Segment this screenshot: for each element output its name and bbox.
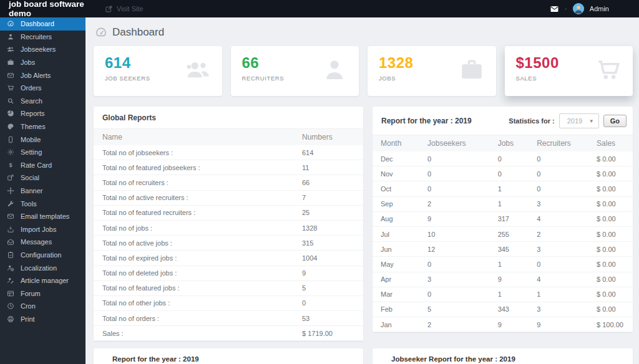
- clock-icon: [7, 302, 14, 310]
- table-cell: 0: [529, 257, 588, 272]
- go-button[interactable]: Go: [603, 115, 627, 127]
- chevron-down-icon: ▼: [589, 118, 594, 124]
- sidebar-item-article-manager[interactable]: Article manager: [0, 274, 85, 287]
- brand-logo[interactable]: job board software demo: [0, 0, 105, 18]
- global-reports-title: Global Reports: [102, 113, 156, 122]
- sidebar-item-label: Configuration: [21, 251, 61, 259]
- table-row: Dec000$ 0.00: [373, 151, 633, 166]
- year-select[interactable]: 2019 ▼: [559, 113, 599, 128]
- visit-site-link[interactable]: Visit Site: [105, 5, 144, 13]
- sidebar-item-orders[interactable]: Orders: [0, 82, 85, 95]
- sidebar-item-themes[interactable]: Themes: [0, 120, 85, 133]
- sidebar-item-forum[interactable]: Forum: [0, 287, 85, 300]
- sidebar-item-cron[interactable]: Cron: [0, 300, 85, 313]
- sidebar-item-search[interactable]: Search: [0, 95, 85, 108]
- table-cell: $ 100.00: [588, 317, 633, 332]
- dashboard-icon: [95, 26, 107, 39]
- column-header: Sales: [588, 135, 633, 151]
- table-row: Nov000$ 0.00: [373, 166, 633, 181]
- table-cell: 0: [529, 151, 588, 166]
- sidebar-item-label: Article manager: [21, 277, 69, 284]
- table-cell: 0: [419, 287, 490, 302]
- sidebar-item-job-alerts[interactable]: Job Alerts: [0, 69, 85, 82]
- users-icon: [7, 46, 14, 53]
- report-name: Total no of active recruiters :: [94, 190, 296, 205]
- sidebar-item-social[interactable]: Social: [0, 171, 85, 184]
- dashboard-icon: [7, 20, 14, 27]
- year-report-table: MonthJobseekersJobsRecruitersSales Dec00…: [373, 135, 633, 332]
- sidebar-item-reports[interactable]: Reports: [0, 107, 85, 120]
- sidebar-item-label: Jobs: [21, 59, 35, 66]
- sidebar-item-setting[interactable]: Setting: [0, 146, 85, 159]
- stat-label: RECRUITERS: [242, 75, 285, 82]
- table-cell: 4: [529, 211, 588, 226]
- table-cell: 2: [419, 317, 490, 332]
- sidebar-item-label: Themes: [21, 123, 46, 130]
- table-cell: 3: [529, 302, 588, 317]
- jobseeker-report-chart-card: Jobseeker Report for the year : 20191612…: [373, 348, 633, 364]
- table-cell: 343: [490, 302, 529, 317]
- sidebar-item-label: Social: [21, 174, 39, 181]
- table-cell: 255: [490, 226, 529, 241]
- table-cell: Jun: [373, 242, 419, 257]
- svg-text:Report for the year : 2019: Report for the year : 2019: [112, 355, 199, 363]
- sidebar-item-jobs[interactable]: Jobs: [0, 56, 85, 69]
- sidebar-item-print[interactable]: Print: [0, 313, 85, 326]
- table-cell: $ 0.00: [588, 151, 633, 166]
- stat-card-recruiters[interactable]: 66RECRUITERS: [231, 46, 359, 96]
- report-name: Total no of jobs :: [94, 220, 296, 235]
- table-cell: Nov: [373, 166, 419, 181]
- mobile-icon: [7, 136, 14, 143]
- table-row: Jul102552$ 0.00: [373, 226, 633, 241]
- sidebar-item-configuration[interactable]: Configuration: [0, 249, 85, 262]
- admin-menu[interactable]: Admin: [590, 5, 609, 12]
- table-row: Feb53433$ 0.00: [373, 302, 633, 317]
- sidebar-item-label: Setting: [21, 148, 42, 156]
- sidebar-item-dashboard[interactable]: Dashboard: [0, 17, 85, 31]
- sidebar-item-jobseekers[interactable]: Jobseekers: [0, 43, 85, 56]
- stat-card-job-seekers[interactable]: 614JOB SEEKERS: [94, 46, 222, 96]
- user-globe-icon: [7, 264, 14, 272]
- table-cell: $ 0.00: [588, 181, 633, 196]
- table-cell: 0: [529, 181, 588, 196]
- sidebar-item-import-jobs[interactable]: Import Jobs: [0, 223, 85, 236]
- table-cell: 10: [419, 226, 490, 241]
- clipboard-icon: [7, 251, 14, 259]
- report-number: 614: [296, 145, 363, 160]
- avatar[interactable]: [573, 3, 584, 14]
- table-cell: $ 0.00: [588, 196, 633, 211]
- table-cell: Apr: [373, 272, 419, 287]
- sidebar-item-banner[interactable]: Banner: [0, 184, 85, 198]
- table-cell: 9: [529, 317, 588, 332]
- stat-card-jobs[interactable]: 1328JOBS: [368, 46, 496, 96]
- briefcase-icon: [459, 57, 485, 83]
- column-header: Month: [373, 135, 419, 151]
- sidebar-item-messages[interactable]: Messages: [0, 236, 85, 249]
- mail-icon[interactable]: [550, 4, 559, 14]
- stat-card-sales[interactable]: $1500SALES: [505, 46, 633, 96]
- sidebar-item-tools[interactable]: Tools: [0, 197, 85, 210]
- table-cell: $ 0.00: [588, 287, 633, 302]
- sidebar-item-label: Orders: [21, 84, 42, 92]
- sidebar-item-recruiters[interactable]: Recruiters: [0, 31, 85, 44]
- sidebar-item-localization[interactable]: Localization: [0, 261, 85, 274]
- table-cell: 0: [529, 166, 588, 181]
- sidebar-item-email-templates[interactable]: Email templates: [0, 210, 85, 223]
- table-cell: $ 0.00: [588, 272, 633, 287]
- report-name: Total no of active jobs :: [94, 236, 296, 251]
- table-cell: $ 0.00: [588, 226, 633, 241]
- report-name: Total no of jobseekers :: [94, 145, 296, 160]
- year-report-title: Report for the year : 2019: [381, 117, 472, 125]
- user-icon: [7, 33, 14, 41]
- printer-icon: [7, 315, 14, 323]
- table-row: Total no of expired jobs :1004: [94, 251, 363, 266]
- user-edit-icon: [7, 277, 14, 284]
- user-icon: [321, 57, 348, 83]
- column-header: Recruiters: [529, 135, 588, 151]
- table-cell: 9: [490, 317, 529, 332]
- sidebar-item-label: Cron: [21, 302, 36, 310]
- import-icon: [7, 226, 14, 233]
- sidebar-item-rate-card[interactable]: $Rate Card: [0, 159, 85, 172]
- table-cell: 3: [419, 272, 490, 287]
- sidebar-item-mobile[interactable]: Mobile: [0, 133, 85, 146]
